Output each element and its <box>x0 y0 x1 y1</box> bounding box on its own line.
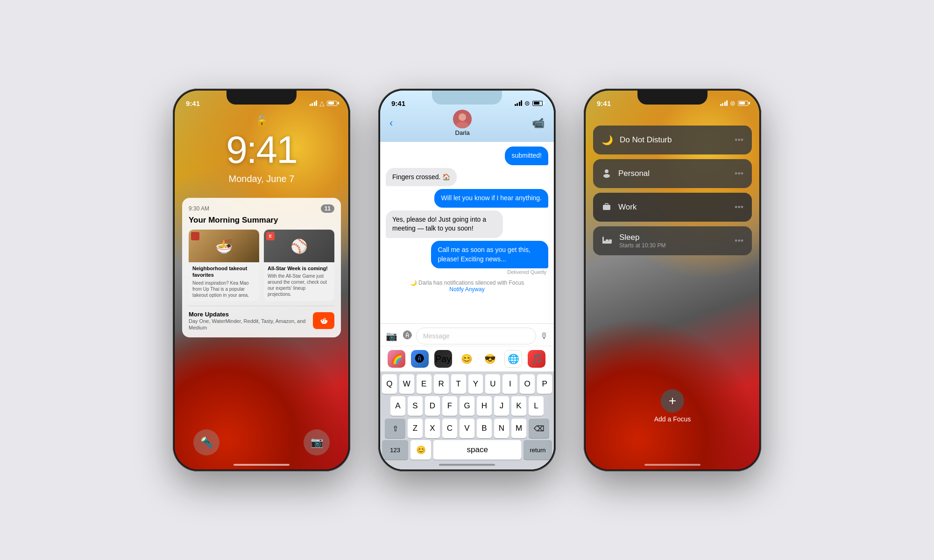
keyboard-bottom-row: 123 😊 space return <box>380 438 554 460</box>
briefcase-icon <box>601 201 612 214</box>
article1-headline: Neighborhood takeout favorites <box>192 265 255 279</box>
memoji2-icon[interactable]: 😎 <box>481 350 499 368</box>
contact-info[interactable]: Darla <box>453 110 472 136</box>
home-bar3 <box>644 464 700 466</box>
delete-key[interactable]: ⌫ <box>529 419 549 438</box>
key-t[interactable]: T <box>451 374 466 394</box>
key-j[interactable]: J <box>494 396 509 416</box>
sleep-more-button[interactable]: ••• <box>735 236 743 246</box>
key-e[interactable]: E <box>417 374 432 394</box>
phone2-status-icons: ⊜ <box>515 99 543 107</box>
svg-rect-7 <box>603 205 610 210</box>
emoji-key[interactable]: 😊 <box>410 440 431 460</box>
message-input-field[interactable]: Message <box>416 328 536 344</box>
lock-bottom-controls: 🔦 📷 <box>175 429 348 455</box>
lock-icon: 🔓 <box>255 115 268 127</box>
sleep-label: Sleep <box>619 233 639 242</box>
key-u[interactable]: U <box>485 374 500 394</box>
signal-icon3 <box>720 100 728 106</box>
flashlight-button[interactable]: 🔦 <box>193 429 219 455</box>
space-key[interactable]: space <box>433 440 521 460</box>
message-bubble-in1: Fingers crossed. 🏠 <box>386 168 457 187</box>
key-c[interactable]: C <box>442 419 457 438</box>
notif-divider <box>189 306 334 306</box>
appstore-icon[interactable]: 🅐 <box>403 330 412 342</box>
phone2-background: 9:41 ⊜ <box>380 91 554 469</box>
music-icon[interactable]: 🎵 <box>528 350 545 368</box>
key-g[interactable]: G <box>460 396 474 416</box>
notif-articles: Neighborhood takeout favorites Need insp… <box>189 230 334 301</box>
key-m[interactable]: M <box>511 419 526 438</box>
key-x[interactable]: X <box>425 419 440 438</box>
sleep-sublabel: Starts at 10:30 PM <box>619 242 665 249</box>
moon-icon: 🌙 <box>601 134 613 146</box>
voice-icon[interactable]: 🎙 <box>540 331 548 341</box>
key-q[interactable]: Q <box>382 374 397 394</box>
article1-card[interactable]: Neighborhood takeout favorites Need insp… <box>189 230 259 301</box>
key-f[interactable]: F <box>442 396 457 416</box>
more-updates-title: More Updates <box>189 311 313 318</box>
keyboard: Q W E R T Y U I O P A S D <box>380 371 554 469</box>
article1-image <box>189 230 259 262</box>
photos-app-icon[interactable]: 🌈 <box>388 350 405 368</box>
article2-card[interactable]: E All-Star Week is coming! With the All-… <box>264 230 334 301</box>
battery-icon <box>327 101 337 106</box>
key-h[interactable]: H <box>477 396 492 416</box>
camera-icon[interactable]: 📷 <box>386 330 397 342</box>
key-p[interactable]: P <box>537 374 552 394</box>
phone3-background: 9:41 ⊜ <box>586 91 759 469</box>
article2-desc: With the All-Star Game just around the c… <box>268 273 331 297</box>
article2-headline: All-Star Week is coming! <box>268 265 331 272</box>
key-v[interactable]: V <box>460 419 474 438</box>
return-key[interactable]: return <box>524 440 552 460</box>
more-updates: More Updates Day One, WaterMinder, Reddi… <box>189 311 334 331</box>
numbers-key[interactable]: 123 <box>382 440 408 460</box>
dnd-left: 🌙 Do Not Disturb <box>601 134 672 146</box>
do-not-disturb-row[interactable]: 🌙 Do Not Disturb ••• <box>593 126 752 154</box>
work-row[interactable]: Work ••• <box>593 193 752 222</box>
key-z[interactable]: Z <box>408 419 423 438</box>
key-l[interactable]: L <box>529 396 544 416</box>
notification-card[interactable]: 9:30 AM 11 Your Morning Summary Neighbor… <box>182 198 341 337</box>
svg-rect-11 <box>609 239 612 242</box>
battery-icon2 <box>532 101 543 106</box>
personal-row[interactable]: Personal ••• <box>593 159 752 188</box>
personal-left: Personal <box>601 168 650 180</box>
keyboard-row2: A S D F G H J K L <box>380 394 554 416</box>
key-a[interactable]: A <box>390 396 405 416</box>
shift-key[interactable]: ⇧ <box>385 419 405 438</box>
add-focus-button[interactable]: + <box>661 389 684 413</box>
key-y[interactable]: Y <box>468 374 483 394</box>
key-k[interactable]: K <box>511 396 526 416</box>
memoji1-icon[interactable]: 😊 <box>458 350 475 368</box>
work-more-button[interactable]: ••• <box>735 203 743 212</box>
key-i[interactable]: I <box>502 374 517 394</box>
focus-notice: 🌙 Darla has notifications silenced with … <box>410 280 524 293</box>
appstore-app-icon[interactable]: 🅐 <box>411 350 429 368</box>
key-r[interactable]: R <box>434 374 449 394</box>
key-o[interactable]: O <box>520 374 535 394</box>
back-button[interactable]: ‹ <box>389 117 393 129</box>
home-bar2 <box>439 464 495 466</box>
sleep-row[interactable]: Sleep Starts at 10:30 PM ••• <box>593 226 752 255</box>
globe-icon[interactable]: 🌐 <box>504 350 522 368</box>
key-s[interactable]: S <box>408 396 423 416</box>
contact-avatar <box>453 110 472 128</box>
camera-button[interactable]: 📷 <box>304 429 330 455</box>
keyboard-row3: ⇧ Z X C V B N M ⌫ <box>380 416 554 438</box>
key-d[interactable]: D <box>425 396 440 416</box>
applepay-app-icon[interactable]: Pay <box>434 350 452 368</box>
phone1-background: 9:41 △ 🔓 <box>175 91 348 469</box>
key-w[interactable]: W <box>399 374 414 394</box>
dnd-more-button[interactable]: ••• <box>735 135 743 145</box>
wifi-icon: △ <box>319 99 325 107</box>
svg-point-6 <box>603 174 610 178</box>
facetime-button[interactable]: 📹 <box>532 117 545 129</box>
key-n[interactable]: N <box>494 419 509 438</box>
key-b[interactable]: B <box>477 419 492 438</box>
personal-more-button[interactable]: ••• <box>735 169 743 179</box>
keyboard-row1: Q W E R T Y U I O P <box>380 371 554 394</box>
more-updates-desc: Day One, WaterMinder, Reddit, Tasty, Ama… <box>189 318 313 331</box>
reddit-icon <box>313 312 334 329</box>
notify-anyway-button[interactable]: Notify Anyway <box>410 286 524 293</box>
